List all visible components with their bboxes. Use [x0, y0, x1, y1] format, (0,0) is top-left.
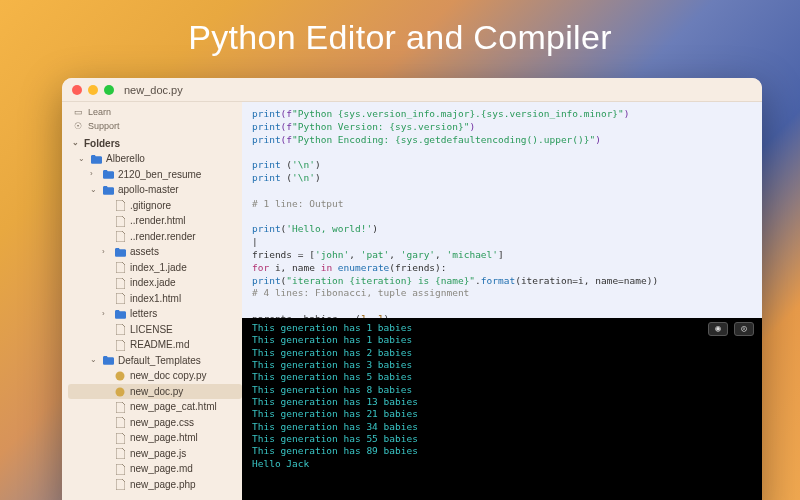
tree-item-label: .gitignore — [130, 198, 171, 214]
chevron-down-icon: ⌄ — [72, 137, 80, 149]
file-icon — [114, 401, 126, 413]
code-line: friends = ['john', 'pat', 'gary', 'micha… — [252, 249, 752, 262]
file-icon — [114, 479, 126, 491]
folder-icon — [114, 308, 126, 320]
code-line: | — [252, 236, 752, 249]
hero-title: Python Editor and Compiler — [0, 0, 800, 57]
terminal-line: This generation has 8 babies — [252, 384, 752, 396]
sidebar-top-label: Learn — [88, 106, 111, 120]
file-icon — [114, 277, 126, 289]
tree-item[interactable]: index_1.jade — [68, 260, 242, 276]
tree-item[interactable]: ›assets — [68, 244, 242, 260]
terminal-line: This generation has 1 babies — [252, 322, 752, 334]
tree-item[interactable]: new_doc copy.py — [68, 368, 242, 384]
chevron-down-icon: ⌄ — [90, 184, 98, 196]
titlebar[interactable]: new_doc.py — [62, 78, 762, 102]
terminal-line: This generation has 2 babies — [252, 347, 752, 359]
tree-item-label: apollo-master — [118, 182, 179, 198]
terminal-line: This generation has 5 babies — [252, 371, 752, 383]
code-line: print(f"Python {sys.version_info.major}.… — [252, 108, 752, 121]
terminal-line: This generation has 13 babies — [252, 396, 752, 408]
tree-item-label: ..render.render — [130, 229, 196, 245]
svg-point-0 — [116, 372, 125, 381]
tree-item-label: assets — [130, 244, 159, 260]
tree-item[interactable]: .gitignore — [68, 198, 242, 214]
code-line: for i, name in enumerate(friends): — [252, 262, 752, 275]
zoom-icon[interactable] — [104, 85, 114, 95]
tree-item[interactable]: index1.html — [68, 291, 242, 307]
file-icon — [114, 231, 126, 243]
gutter — [242, 102, 248, 318]
tree-item-label: Alberello — [106, 151, 145, 167]
code-line — [252, 185, 752, 198]
tree-item[interactable]: ›2120_ben_resume — [68, 167, 242, 183]
tree-item[interactable]: ⌄Alberello — [68, 151, 242, 167]
folder-icon — [102, 184, 114, 196]
tree-item-label: README.md — [130, 337, 189, 353]
folder-icon — [102, 169, 114, 181]
tree-item-label: letters — [130, 306, 157, 322]
main-pane: print(f"Python {sys.version_info.major}.… — [242, 102, 762, 500]
minimize-icon[interactable] — [88, 85, 98, 95]
tree-item-label: ..render.html — [130, 213, 186, 229]
tree-item[interactable]: new_page.js — [68, 446, 242, 462]
tree-item[interactable]: README.md — [68, 337, 242, 353]
code-editor[interactable]: print(f"Python {sys.version_info.major}.… — [242, 102, 762, 318]
tree-item-label: new_page.html — [130, 430, 198, 446]
tree-item[interactable]: ⌄apollo-master — [68, 182, 242, 198]
camera-icon[interactable]: ◉ — [708, 322, 728, 336]
tree-item[interactable]: LICENSE — [68, 322, 242, 338]
python-icon — [114, 386, 126, 398]
file-icon — [114, 215, 126, 227]
window-body: ▭ Learn ☉ Support ⌄ Folders ⌄Alberello›2… — [62, 102, 762, 500]
code-content: print(f"Python {sys.version_info.major}.… — [252, 108, 752, 318]
tree-item[interactable]: new_doc.py — [68, 384, 242, 400]
python-icon — [114, 370, 126, 382]
file-icon — [114, 432, 126, 444]
code-line: print("iteration {iteration} is {name}".… — [252, 275, 752, 288]
tree-item[interactable]: ›letters — [68, 306, 242, 322]
sidebar-section-folders[interactable]: ⌄ Folders — [68, 136, 242, 152]
svg-point-1 — [116, 387, 125, 396]
sidebar-top-learn[interactable]: ▭ Learn — [68, 106, 242, 120]
tree-item-label: new_page.php — [130, 477, 196, 493]
chevron-down-icon: ⌄ — [90, 354, 98, 366]
tree-item[interactable]: new_page_cat.html — [68, 399, 242, 415]
tree-item-label: index.jade — [130, 275, 176, 291]
folder-icon — [102, 355, 114, 367]
file-icon — [114, 339, 126, 351]
tree-item-label: new_page.js — [130, 446, 186, 462]
tree-item-label: 2120_ben_resume — [118, 167, 201, 183]
sidebar-top-label: Support — [88, 120, 120, 134]
tree-item[interactable]: new_page.html — [68, 430, 242, 446]
window-title: new_doc.py — [124, 84, 183, 96]
chevron-right-icon: › — [102, 308, 110, 320]
tree-item-label: LICENSE — [130, 322, 173, 338]
tree-item[interactable]: new_page.md — [68, 461, 242, 477]
code-line: print('Hello, world!') — [252, 223, 752, 236]
tree-item[interactable]: index.jade — [68, 275, 242, 291]
terminal-line: This generation has 3 babies — [252, 359, 752, 371]
terminal[interactable]: ◉ ◎ This generation has 1 babiesThis gen… — [242, 318, 762, 500]
terminal-output: This generation has 1 babiesThis generat… — [252, 322, 752, 470]
close-icon[interactable] — [72, 85, 82, 95]
tree-item[interactable]: new_page.css — [68, 415, 242, 431]
tree-item[interactable]: ..render.render — [68, 229, 242, 245]
file-icon — [114, 324, 126, 336]
tree-item[interactable]: ..render.html — [68, 213, 242, 229]
tree-item-label: new_page.css — [130, 415, 194, 431]
code-line: print ('\n') — [252, 172, 752, 185]
file-icon — [114, 200, 126, 212]
chevron-right-icon: › — [90, 168, 98, 180]
tree-item-label: index_1.jade — [130, 260, 187, 276]
sidebar-top-support[interactable]: ☉ Support — [68, 120, 242, 134]
tree-item[interactable]: new_page.php — [68, 477, 242, 493]
folder-icon — [90, 153, 102, 165]
eye-icon[interactable]: ◎ — [734, 322, 754, 336]
sidebar: ▭ Learn ☉ Support ⌄ Folders ⌄Alberello›2… — [62, 102, 242, 500]
tree-item-label: new_page.md — [130, 461, 193, 477]
terminal-line: This generation has 89 babies — [252, 445, 752, 457]
code-line — [252, 300, 752, 313]
tree-item-label: new_page_cat.html — [130, 399, 217, 415]
tree-item[interactable]: ⌄Default_Templates — [68, 353, 242, 369]
